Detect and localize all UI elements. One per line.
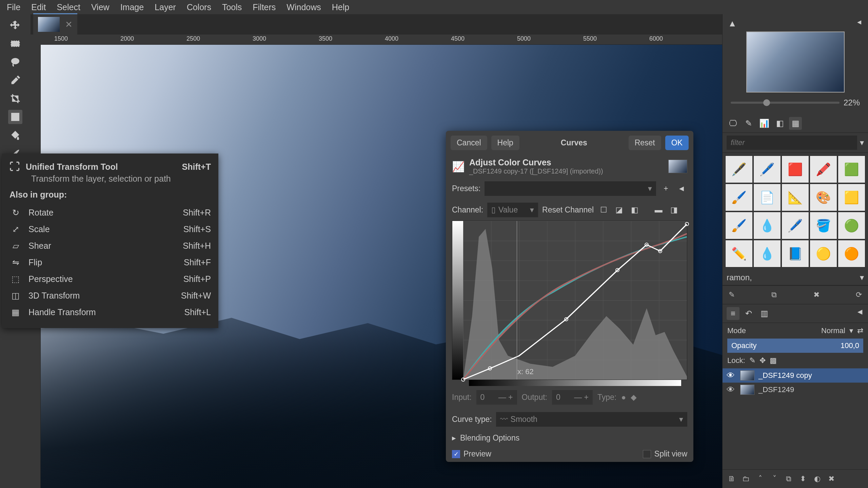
- brush-item[interactable]: 🪣: [810, 212, 837, 239]
- menu-windows[interactable]: Windows: [281, 2, 326, 12]
- zoom-slider[interactable]: [731, 102, 840, 104]
- nav-thumbnail[interactable]: [746, 32, 845, 93]
- menu-help[interactable]: Help: [327, 2, 355, 12]
- crop-tool[interactable]: [8, 92, 22, 106]
- pointer-tab-icon[interactable]: ◧: [773, 117, 786, 130]
- brush-item[interactable]: 💧: [753, 240, 781, 267]
- histogram-tab-icon[interactable]: 📊: [758, 117, 771, 130]
- menu-view[interactable]: View: [86, 2, 115, 12]
- brush-item[interactable]: ✏️: [725, 240, 753, 267]
- brush-delete-icon[interactable]: ✖: [811, 289, 822, 301]
- transform-tool[interactable]: [8, 110, 22, 124]
- reset-channel-button[interactable]: Reset Channel: [542, 205, 594, 215]
- brush-item[interactable]: 🖌️: [725, 212, 753, 239]
- brush-item[interactable]: 🖊️: [782, 212, 809, 239]
- help-button[interactable]: Help: [491, 136, 519, 150]
- brushes-tab-icon[interactable]: ▦: [789, 117, 802, 130]
- input-value[interactable]: 0— +: [476, 390, 517, 405]
- preview-checkbox[interactable]: ✓: [452, 450, 460, 458]
- preset-menu-icon[interactable]: ◄: [676, 183, 687, 195]
- menu-tools[interactable]: Tools: [217, 2, 247, 12]
- brush-filter-input[interactable]: [727, 136, 857, 150]
- close-tab-icon[interactable]: ✕: [65, 19, 73, 30]
- delete-layer-icon[interactable]: ✖: [826, 473, 837, 485]
- brush-item[interactable]: 🟥: [782, 156, 809, 183]
- mask-layer-icon[interactable]: ◐: [811, 473, 823, 485]
- curvetype-select[interactable]: 〰Smooth▾: [496, 412, 687, 427]
- menu-image[interactable]: Image: [115, 2, 149, 12]
- point-type-smooth-icon[interactable]: ●: [621, 393, 626, 402]
- mode-value[interactable]: Normal: [821, 326, 845, 335]
- brush-edit-icon[interactable]: ✎: [726, 289, 737, 301]
- layers-tab-icon[interactable]: ≡: [727, 307, 739, 320]
- undo-tab-icon[interactable]: ↶: [742, 307, 755, 320]
- brush-item[interactable]: 🟨: [838, 184, 865, 211]
- brush-item[interactable]: 📐: [782, 184, 809, 211]
- document-tab[interactable]: ✕: [33, 13, 77, 35]
- mode-dropdown-icon[interactable]: ▾: [849, 326, 853, 335]
- brush-item[interactable]: 🟢: [838, 212, 865, 239]
- brush-selected-row[interactable]: ramon, ▾: [723, 270, 868, 285]
- menu-colors[interactable]: Colors: [181, 2, 217, 12]
- bucket-tool[interactable]: [8, 128, 22, 142]
- preset-add-icon[interactable]: +: [660, 183, 672, 195]
- menu-edit[interactable]: Edit: [26, 2, 51, 12]
- new-group-icon[interactable]: 🗀: [740, 473, 752, 485]
- brush-item[interactable]: 🖋️: [725, 156, 753, 183]
- brush-item[interactable]: 📄: [753, 184, 781, 211]
- menu-select[interactable]: Select: [51, 2, 85, 12]
- brush-item[interactable]: 🖌️: [725, 184, 753, 211]
- menu-layer[interactable]: Layer: [149, 2, 181, 12]
- visibility-icon[interactable]: 👁: [727, 385, 736, 394]
- curve-graph[interactable]: x: 62: [452, 221, 687, 380]
- nav-arrow-icon[interactable]: ▲: [728, 18, 737, 29]
- curve-type3-icon[interactable]: ◧: [629, 204, 640, 216]
- cancel-button[interactable]: Cancel: [451, 136, 487, 150]
- layer-row[interactable]: 👁_DSF1249: [723, 383, 868, 397]
- point-type-corner-icon[interactable]: ◆: [631, 393, 637, 402]
- menu-file[interactable]: File: [1, 2, 26, 12]
- brush-item[interactable]: 📘: [782, 240, 809, 267]
- reset-button[interactable]: Reset: [629, 136, 661, 150]
- channel-select[interactable]: ▯Value▾: [487, 203, 538, 217]
- lock-alpha-icon[interactable]: ▩: [770, 356, 777, 365]
- brush-item[interactable]: 🟠: [838, 240, 865, 267]
- tool-options-tab-icon[interactable]: ✎: [742, 117, 755, 130]
- hist-log-icon[interactable]: ◨: [668, 204, 680, 216]
- brush-item[interactable]: 🖍️: [810, 156, 837, 183]
- brush-item[interactable]: 🟩: [838, 156, 865, 183]
- opacity-slider[interactable]: Opacity 100,0: [727, 339, 863, 353]
- rect-select-tool[interactable]: [8, 37, 22, 51]
- splitview-checkbox[interactable]: [643, 450, 651, 458]
- lower-layer-icon[interactable]: ˅: [769, 473, 780, 485]
- visibility-icon[interactable]: 👁: [727, 371, 736, 380]
- menu-filters[interactable]: Filters: [247, 2, 281, 12]
- merge-layer-icon[interactable]: ⬍: [797, 473, 809, 485]
- blending-options-toggle[interactable]: ▸Blending Options: [446, 430, 693, 446]
- brush-duplicate-icon[interactable]: ⧉: [768, 289, 780, 301]
- brush-item[interactable]: 🖊️: [753, 156, 781, 183]
- brush-dropdown-icon[interactable]: ▾: [860, 273, 864, 282]
- filter-dropdown-icon[interactable]: ▾: [860, 138, 864, 147]
- brush-item[interactable]: 🟡: [810, 240, 837, 267]
- presets-select[interactable]: ▾: [485, 181, 656, 196]
- lasso-tool[interactable]: [8, 55, 22, 69]
- brush-item[interactable]: 🎨: [810, 184, 837, 211]
- nav-config-icon[interactable]: ◄: [856, 18, 863, 29]
- lock-move-icon[interactable]: ✥: [760, 356, 766, 365]
- device-tab-icon[interactable]: 🖵: [727, 117, 739, 130]
- mode-switch-icon[interactable]: ⇄: [857, 326, 863, 335]
- brush-refresh-icon[interactable]: ⟳: [853, 289, 865, 301]
- output-value[interactable]: 0— +: [552, 390, 593, 405]
- curve-log-icon[interactable]: ◪: [613, 204, 625, 216]
- lock-paint-icon[interactable]: ✎: [749, 356, 755, 365]
- panel-config-icon[interactable]: ◄: [856, 307, 864, 320]
- ok-button[interactable]: OK: [665, 136, 689, 150]
- raise-layer-icon[interactable]: ˄: [754, 473, 766, 485]
- duplicate-layer-icon[interactable]: ⧉: [783, 473, 794, 485]
- brush-item[interactable]: 💧: [753, 212, 781, 239]
- new-layer-icon[interactable]: 🗎: [726, 473, 737, 485]
- layer-row[interactable]: 👁_DSF1249 copy: [723, 368, 868, 383]
- hist-linear-icon[interactable]: ▬: [653, 204, 664, 216]
- curve-linear-icon[interactable]: ☐: [598, 204, 609, 216]
